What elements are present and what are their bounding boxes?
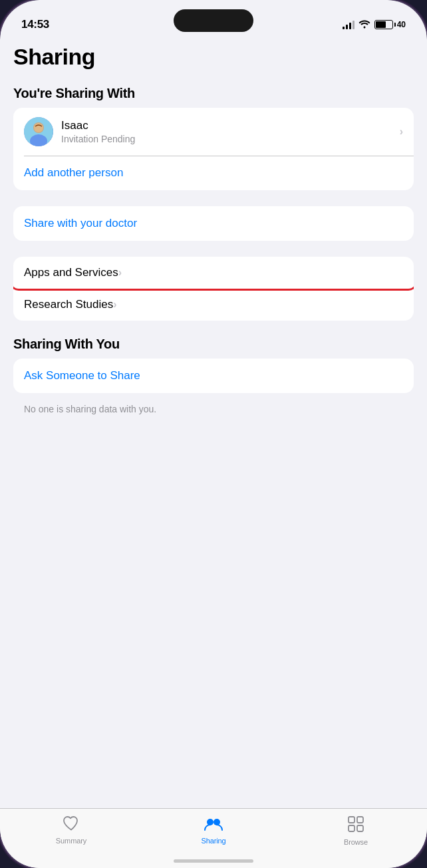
isaac-info: Isaac Invitation Pending: [61, 119, 400, 144]
share-doctor-label: Share with your doctor: [24, 217, 137, 230]
chevron-icon: ›: [400, 126, 403, 138]
apps-services-item[interactable]: Apps and Services ›: [13, 257, 414, 289]
svg-rect-7: [357, 817, 363, 823]
research-studies-chevron-icon: ›: [113, 299, 116, 311]
wifi-icon: [358, 19, 370, 31]
dynamic-island: [174, 9, 253, 32]
heart-icon: [63, 815, 80, 834]
sharing-with-you-section: Sharing With You Ask Someone to Share No…: [13, 337, 414, 425]
sharing-section-title: You're Sharing With: [13, 86, 414, 101]
apps-services-label: Apps and Services: [24, 266, 118, 279]
tab-browse[interactable]: Browse: [329, 815, 382, 846]
avatar: [24, 117, 53, 146]
ask-share-label: Ask Someone to Share: [24, 369, 140, 382]
home-indicator: [174, 859, 253, 863]
share-doctor-card[interactable]: Share with your doctor: [13, 206, 414, 241]
screen: 14:53: [0, 0, 427, 868]
grid-icon: [347, 815, 364, 835]
svg-rect-8: [349, 825, 355, 831]
tab-summary[interactable]: Summary: [45, 815, 98, 845]
signal-bars-icon: [343, 20, 355, 29]
status-time: 14:53: [21, 18, 49, 31]
apps-research-card: Apps and Services › Research Studies ›: [13, 257, 414, 321]
sharing-with-you-card: Ask Someone to Share: [13, 359, 414, 393]
battery-percent: 40: [397, 20, 406, 29]
sharing-tab-label: Sharing: [201, 837, 225, 845]
sharing-icon: [204, 815, 223, 834]
sharing-with-you-title: Sharing With You: [13, 337, 414, 352]
battery-icon: 40: [374, 20, 406, 29]
apps-services-row: Apps and Services ›: [13, 257, 414, 289]
page-title: Sharing: [13, 44, 414, 70]
summary-tab-label: Summary: [56, 837, 86, 845]
phone-frame: 14:53: [0, 0, 427, 868]
apps-services-chevron-icon: ›: [118, 267, 122, 279]
browse-tab-label: Browse: [344, 838, 368, 846]
main-content: Sharing You're Sharing With: [0, 39, 427, 808]
isaac-list-item[interactable]: Isaac Invitation Pending ›: [13, 108, 414, 156]
tab-sharing[interactable]: Sharing: [187, 815, 240, 845]
status-icons: 40: [343, 19, 406, 31]
add-person-item[interactable]: Add another person: [13, 156, 414, 190]
svg-rect-9: [357, 825, 363, 831]
isaac-name: Isaac: [61, 119, 400, 132]
no-sharing-text: No one is sharing data with you.: [13, 401, 414, 425]
svg-point-3: [34, 123, 43, 132]
svg-rect-6: [349, 817, 355, 823]
ask-share-item[interactable]: Ask Someone to Share: [13, 359, 414, 393]
isaac-subtitle: Invitation Pending: [61, 134, 400, 144]
share-doctor-item[interactable]: Share with your doctor: [13, 206, 414, 241]
add-person-label: Add another person: [24, 166, 123, 180]
research-studies-label: Research Studies: [24, 298, 113, 311]
sharing-with-card: Isaac Invitation Pending › Add another p…: [13, 108, 414, 190]
research-studies-item[interactable]: Research Studies ›: [13, 289, 414, 321]
